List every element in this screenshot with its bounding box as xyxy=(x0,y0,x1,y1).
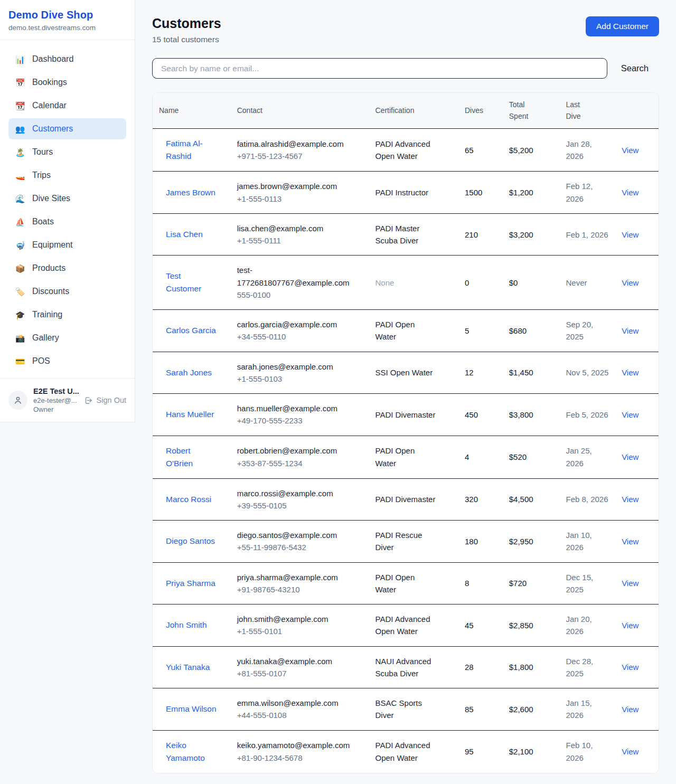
view-link[interactable]: View xyxy=(622,188,639,197)
sailboat-icon: ⛵ xyxy=(15,218,25,226)
sidebar-item-calendar[interactable]: 📆 Calendar xyxy=(8,95,126,116)
customer-email: john.smith@example.com xyxy=(237,613,351,625)
customer-name-link[interactable]: Lisa Chen xyxy=(166,228,203,241)
view-link[interactable]: View xyxy=(622,278,639,287)
table-row: James Brown james.brown@example.com +1-5… xyxy=(153,172,659,214)
customer-name-link[interactable]: Hans Mueller xyxy=(166,408,214,421)
customer-total-spent: $1,200 xyxy=(509,188,533,197)
customer-total-spent: $2,600 xyxy=(509,705,533,714)
customer-dives: 45 xyxy=(465,621,474,630)
customer-total-spent: $1,800 xyxy=(509,663,533,672)
customer-certification: BSAC Sports Diver xyxy=(375,697,438,722)
search-button[interactable]: Search xyxy=(607,63,659,73)
view-link[interactable]: View xyxy=(622,410,639,419)
customer-phone: 555-0100 xyxy=(237,289,363,301)
table-row: Keiko Yamamoto keiko.yamamoto@example.co… xyxy=(153,730,659,773)
customer-name-link[interactable]: Keiko Yamamoto xyxy=(166,739,217,764)
table-row: Hans Mueller hans.mueller@example.com +4… xyxy=(153,394,659,436)
customer-name-link[interactable]: Carlos Garcia xyxy=(166,324,216,337)
customer-name-link[interactable]: Emma Wilson xyxy=(166,703,217,715)
customer-total-spent: $0 xyxy=(509,278,518,287)
brand-block: Demo Dive Shop demo.test.divestreams.com xyxy=(0,0,135,40)
customer-dives: 85 xyxy=(465,705,474,714)
user-section: E2E Test U... e2e-tester@... Owner Sign … xyxy=(0,378,135,422)
customer-last-dive: Never xyxy=(566,277,587,289)
column-header: Certification xyxy=(369,93,458,129)
customer-name-link[interactable]: Yuki Tanaka xyxy=(166,661,210,674)
sidebar-item-training[interactable]: 🎓 Training xyxy=(8,304,126,325)
sidebar-item-boats[interactable]: ⛵ Boats xyxy=(8,211,126,232)
sidebar-item-discounts[interactable]: 🏷️ Discounts xyxy=(8,281,126,302)
sidebar-item-tours[interactable]: 🏝️ Tours xyxy=(8,141,126,163)
view-link[interactable]: View xyxy=(622,230,639,239)
sidebar-item-customers[interactable]: 👥 Customers xyxy=(8,118,126,139)
column-header: Last Dive xyxy=(559,93,615,129)
customer-email: sarah.jones@example.com xyxy=(237,361,351,373)
wave-icon: 🌊 xyxy=(15,195,25,203)
customer-phone: +1-555-0101 xyxy=(237,625,363,637)
customer-last-dive: Feb 5, 2026 xyxy=(566,409,608,421)
customer-last-dive: Dec 15, 2025 xyxy=(566,571,609,596)
view-link[interactable]: View xyxy=(622,537,639,546)
customer-certification: PADI Divemaster xyxy=(375,493,436,505)
customer-name-link[interactable]: Fatima Al-Rashid xyxy=(166,137,217,163)
customer-certification: PADI Advanced Open Water xyxy=(375,739,438,764)
table-row: Test Customer test-1772681807767@example… xyxy=(153,256,659,310)
bar-chart-icon: 📊 xyxy=(15,55,25,63)
sidebar-item-dashboard[interactable]: 📊 Dashboard xyxy=(8,49,126,70)
customer-name-link[interactable]: John Smith xyxy=(166,619,207,631)
view-link[interactable]: View xyxy=(622,495,639,504)
nav-item-label: Dive Sites xyxy=(32,194,70,203)
customer-name-link[interactable]: Robert O'Brien xyxy=(166,445,217,470)
view-link[interactable]: View xyxy=(622,452,639,461)
label-tag-icon: 🏷️ xyxy=(15,288,25,296)
sign-out-button[interactable]: Sign Out xyxy=(84,396,126,405)
customer-total-spent: $2,950 xyxy=(509,537,533,546)
customer-total-spent: $1,450 xyxy=(509,368,533,377)
customer-name-link[interactable]: Priya Sharma xyxy=(166,577,215,590)
customer-certification: NAUI Advanced Scuba Diver xyxy=(375,655,438,680)
table-row: John Smith john.smith@example.com +1-555… xyxy=(153,604,659,647)
sidebar-item-trips[interactable]: 🚤 Trips xyxy=(8,165,126,186)
add-customer-button[interactable]: Add Customer xyxy=(586,16,659,36)
search-input[interactable] xyxy=(152,58,607,79)
customer-last-dive: Sep 20, 2025 xyxy=(566,318,609,343)
customer-name-link[interactable]: James Brown xyxy=(166,186,215,199)
view-link[interactable]: View xyxy=(622,368,639,377)
customer-last-dive: Feb 1, 2026 xyxy=(566,229,608,241)
sidebar-item-equipment[interactable]: 🤿 Equipment xyxy=(8,234,126,256)
customer-dives: 5 xyxy=(465,326,469,335)
view-link[interactable]: View xyxy=(622,326,639,335)
column-header: Contact xyxy=(231,93,369,129)
customer-dives: 28 xyxy=(465,663,474,672)
view-link[interactable]: View xyxy=(622,663,639,672)
view-link[interactable]: View xyxy=(622,146,639,155)
customer-dives: 180 xyxy=(465,537,478,546)
customer-email: test-1772681807767@example.com xyxy=(237,264,351,289)
customer-name-link[interactable]: Test Customer xyxy=(166,270,217,295)
customer-email: yuki.tanaka@example.com xyxy=(237,655,351,667)
sidebar-item-products[interactable]: 📦 Products xyxy=(8,258,126,279)
customer-name-link[interactable]: Diego Santos xyxy=(166,535,215,547)
customer-phone: +49-170-555-2233 xyxy=(237,414,363,427)
customer-last-dive: Dec 28, 2025 xyxy=(566,655,609,680)
view-link[interactable]: View xyxy=(622,579,639,588)
user-name: E2E Test U... xyxy=(33,387,78,395)
customer-phone: +39-555-0105 xyxy=(237,499,363,512)
customer-phone: +1-555-0111 xyxy=(237,234,363,247)
sidebar-item-bookings[interactable]: 📅 Bookings xyxy=(8,72,126,93)
credit-card-icon: 💳 xyxy=(15,357,25,365)
customer-name-link[interactable]: Sarah Jones xyxy=(166,366,212,379)
sidebar-item-pos[interactable]: 💳 POS xyxy=(8,351,126,372)
customer-name-link[interactable]: Marco Rossi xyxy=(166,493,211,506)
table-header-row: Name Contact Certification Dives Total S… xyxy=(153,93,659,129)
view-link[interactable]: View xyxy=(622,705,639,714)
sidebar-item-dive-sites[interactable]: 🌊 Dive Sites xyxy=(8,188,126,209)
customer-email: carlos.garcia@example.com xyxy=(237,318,351,330)
view-link[interactable]: View xyxy=(622,621,639,630)
sidebar-item-gallery[interactable]: 📸 Gallery xyxy=(8,327,126,348)
nav-item-label: Customers xyxy=(32,124,73,134)
customer-phone: +971-55-123-4567 xyxy=(237,150,363,162)
view-link[interactable]: View xyxy=(622,747,639,756)
nav-item-label: Training xyxy=(32,310,62,319)
